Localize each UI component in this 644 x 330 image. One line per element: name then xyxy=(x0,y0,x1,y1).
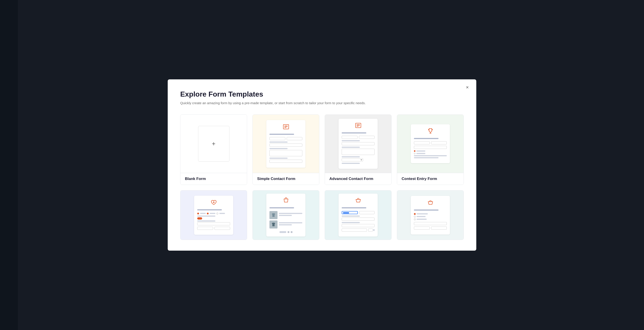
template-card-product[interactable] xyxy=(252,190,319,240)
card-preview-simple-contact xyxy=(253,115,319,173)
template-card-blank[interactable]: + Blank Form xyxy=(180,114,247,185)
form-mockup-donation xyxy=(194,196,233,235)
template-card-request[interactable] xyxy=(397,190,464,240)
template-card-advanced-contact[interactable]: Advanced Contact Form xyxy=(325,114,392,185)
form-mockup-advanced xyxy=(338,119,378,169)
card-preview-advanced-contact xyxy=(325,115,391,173)
blank-inner: + xyxy=(198,126,230,162)
template-card-order[interactable] xyxy=(325,190,392,240)
heart-icon xyxy=(197,199,230,207)
card-label-simple-contact: Simple Contact Form xyxy=(253,173,319,185)
template-grid-row1: + Blank Form xyxy=(180,114,464,185)
trophy-icon xyxy=(414,128,447,136)
form-mockup-contest xyxy=(411,124,450,163)
card-preview-product xyxy=(253,190,319,240)
template-card-simple-contact[interactable]: Simple Contact Form xyxy=(252,114,319,185)
card-preview-contest-entry xyxy=(397,115,464,173)
card-label-advanced-contact: Advanced Contact Form xyxy=(325,173,391,185)
form-icon-advanced xyxy=(342,122,374,130)
form-mockup-request xyxy=(411,196,450,234)
template-modal: × Explore Form Templates Quickly create … xyxy=(168,79,476,251)
card-preview-order xyxy=(325,190,391,240)
card-label-contest-entry: Contest Entry Form xyxy=(397,173,464,185)
form-mockup-simple xyxy=(266,120,306,168)
form-mockup-order xyxy=(338,194,378,236)
template-grid-row2 xyxy=(180,190,464,240)
card-preview-request xyxy=(397,190,464,240)
bag-icon xyxy=(270,197,302,205)
basket-icon xyxy=(342,197,374,205)
modal-overlay: × Explore Form Templates Quickly create … xyxy=(0,0,644,330)
close-button[interactable]: × xyxy=(464,84,471,91)
modal-title: Explore Form Templates xyxy=(180,90,464,98)
template-card-contest-entry[interactable]: Contest Entry Form xyxy=(397,114,464,185)
modal-subtitle: Quickly create an amazing form by using … xyxy=(180,100,464,106)
form-mockup-product xyxy=(266,194,306,236)
card-label-blank: Blank Form xyxy=(180,173,247,185)
plus-icon: + xyxy=(212,140,215,147)
form-icon-simple xyxy=(270,124,302,132)
card-preview-blank: + xyxy=(180,115,247,173)
card-preview-donation xyxy=(180,190,247,240)
template-card-donation[interactable] xyxy=(180,190,247,240)
basket2-icon xyxy=(414,200,447,207)
